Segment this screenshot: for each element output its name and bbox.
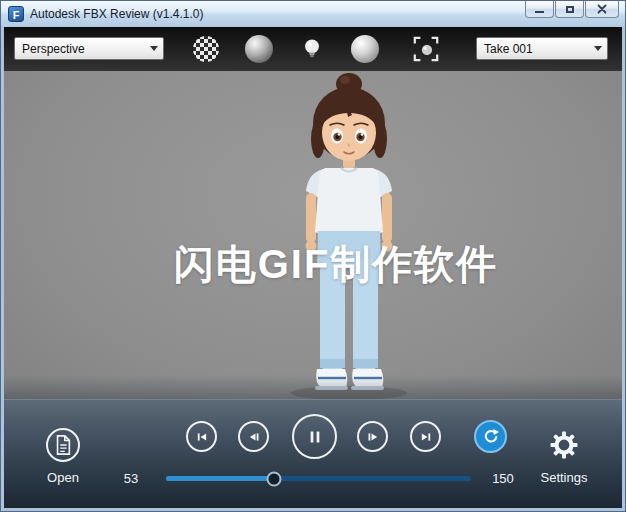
current-frame-label: 53	[116, 471, 146, 486]
checker-texture-icon	[192, 35, 220, 63]
take-dropdown[interactable]: Take 001	[476, 37, 608, 60]
view-mode-value: Perspective	[15, 42, 145, 56]
pause-button[interactable]	[292, 414, 337, 459]
toolbar: Perspective	[4, 27, 622, 71]
window-title: Autodesk FBX Review (v1.4.1.0)	[30, 7, 203, 21]
character-model	[249, 71, 449, 399]
close-icon	[597, 4, 607, 14]
window-controls	[524, 1, 619, 18]
next-frame-icon	[364, 428, 382, 446]
timeline-fill	[166, 476, 274, 481]
maximize-button[interactable]	[555, 1, 584, 18]
goto-start-button[interactable]	[186, 421, 217, 452]
minimize-button[interactable]	[525, 1, 554, 18]
lightbulb-icon	[299, 36, 325, 62]
goto-start-icon	[193, 428, 211, 446]
goto-end-button[interactable]	[410, 421, 441, 452]
close-button[interactable]	[585, 1, 619, 18]
open-button[interactable]	[46, 428, 80, 462]
fbx-review-window: F Autodesk FBX Review (v1.4.1.0) Perspec…	[0, 0, 626, 512]
timeline-thumb[interactable]	[266, 471, 281, 486]
timeline-slider[interactable]	[166, 476, 471, 481]
maximize-icon	[566, 6, 574, 13]
checker-texture-button[interactable]	[192, 35, 220, 63]
frame-all-button[interactable]	[412, 35, 440, 63]
chevron-down-icon	[589, 46, 607, 51]
loop-refresh-icon	[481, 427, 501, 447]
take-value: Take 001	[477, 42, 589, 56]
titlebar[interactable]: F Autodesk FBX Review (v1.4.1.0)	[1, 1, 625, 27]
view-mode-dropdown[interactable]: Perspective	[14, 37, 164, 60]
minimize-icon	[535, 11, 544, 13]
frame-all-icon	[412, 35, 440, 63]
gear-icon	[549, 430, 579, 460]
next-frame-button[interactable]	[357, 421, 388, 452]
open-label: Open	[28, 470, 98, 485]
viewport-3d[interactable]: 闪电GIF制作软件	[4, 71, 622, 399]
open-file-icon	[53, 434, 73, 456]
previous-frame-button[interactable]	[238, 421, 269, 452]
settings-button[interactable]	[548, 429, 580, 461]
app-icon: F	[8, 6, 24, 22]
watermark-text: 闪电GIF制作软件	[50, 237, 622, 292]
pause-icon	[303, 425, 327, 449]
material-sphere-button[interactable]	[351, 35, 379, 63]
settings-label: Settings	[529, 470, 599, 485]
previous-frame-icon	[245, 428, 263, 446]
loop-button[interactable]	[474, 420, 507, 453]
playback-bar: Open	[4, 399, 622, 508]
goto-end-icon	[417, 428, 435, 446]
chevron-down-icon	[145, 46, 163, 51]
lighting-button[interactable]	[298, 35, 326, 63]
shaded-sphere-button[interactable]	[245, 35, 273, 63]
viewport-bottom-fade	[4, 375, 622, 399]
end-frame-label: 150	[486, 471, 520, 486]
